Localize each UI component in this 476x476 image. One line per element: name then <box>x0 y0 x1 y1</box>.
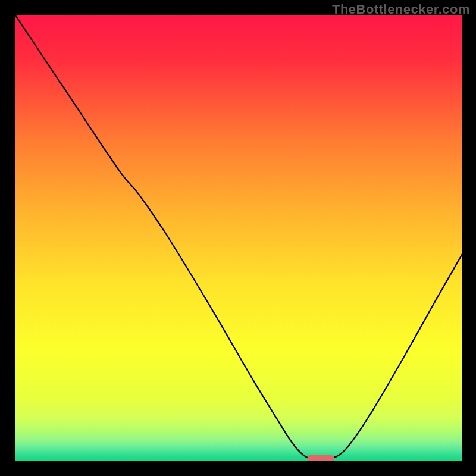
watermark-text: TheBottlenecker.com <box>332 2 470 17</box>
bottleneck-curve-chart <box>15 15 462 461</box>
chart-stage: TheBottlenecker.com <box>0 0 476 476</box>
gradient-plot-background <box>15 15 462 461</box>
optimal-marker-pill <box>307 455 334 461</box>
